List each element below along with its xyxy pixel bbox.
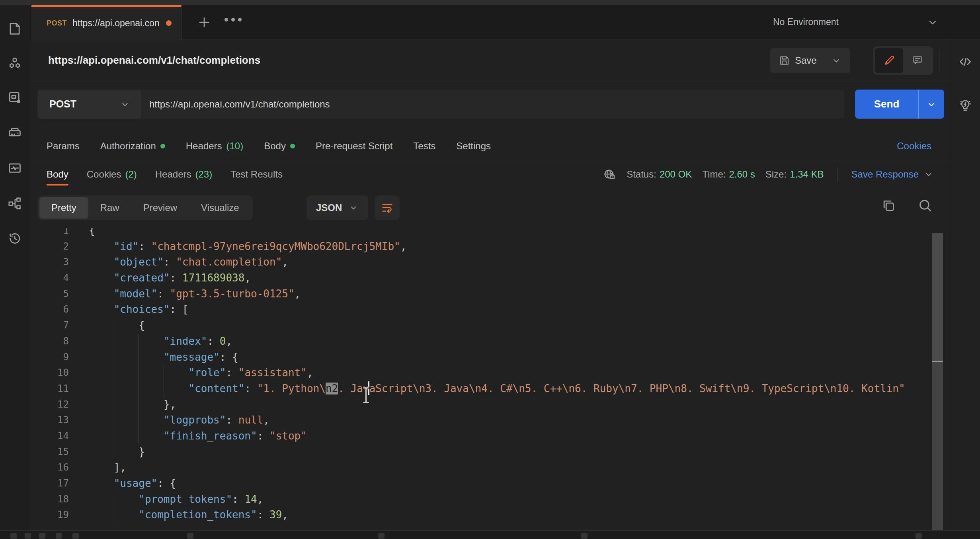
response-tab-test-results[interactable]: Test Results [230,169,283,180]
chevron-down-icon [831,55,842,66]
tab-params[interactable]: Params [47,141,80,152]
apis-icon[interactable] [7,56,22,71]
environments-icon[interactable] [7,90,22,105]
response-tab-body[interactable]: Body [47,169,68,180]
cookies-link[interactable]: Cookies [897,141,931,152]
header-divider [939,49,939,72]
mode-pretty[interactable]: Pretty [39,197,88,219]
format-value: JSON [316,202,342,213]
code-line: 7 { [30,318,950,334]
scrollbar-thumb-secondary[interactable] [932,362,943,530]
tab-tests[interactable]: Tests [413,141,435,152]
send-button-group: Send [855,90,944,119]
code-line: 6 "choices": [ [30,302,950,318]
tab-method-label: POST [47,19,67,27]
tab-title: https://api.openai.con [72,18,160,29]
postbot-lightbulb-icon[interactable] [958,98,973,113]
monitors-icon[interactable] [7,161,22,176]
request-title: https://api.openai.com/v1/chat/completio… [48,54,260,66]
mock-servers-icon[interactable] [7,125,22,140]
url-input[interactable]: https://api.openai.com/v1/chat/completio… [141,90,844,119]
postman-app: POST https://api.openai.con No Environme… [0,0,980,539]
code-line: 15 } [30,444,950,460]
method-value: POST [49,98,76,110]
code-line: 19 "completion_tokens": 39, [30,507,950,523]
chevron-down-icon [926,99,937,110]
viewer-toolbar: Pretty Raw Preview Visualize JSON [30,187,950,228]
format-select[interactable]: JSON [306,195,368,220]
edit-comment-toggle [873,46,933,75]
code-line: 2 "id": "chatcmpl-97yne6rei9qcyMWbo620DL… [30,239,950,255]
flows-icon[interactable] [7,196,22,211]
tab-headers[interactable]: Headers(10) [186,141,243,152]
edit-mode-button[interactable] [875,48,903,73]
scrollbar-thumb[interactable] [932,233,943,361]
new-tab-button[interactable] [197,15,212,30]
wrap-lines-button[interactable] [375,195,400,220]
save-options-button[interactable] [825,48,847,73]
code-line: 14 "finish_reason": "stop" [30,428,950,444]
status-pair: Status:200 OK [627,169,692,180]
globe-lock-icon[interactable] [603,168,616,181]
tab-settings[interactable]: Settings [456,141,491,152]
search-response-icon[interactable] [917,197,933,213]
chevron-down-icon [923,169,934,180]
mode-preview[interactable]: Preview [131,197,189,219]
wrap-text-icon [381,201,394,215]
request-tab[interactable]: POST https://api.openai.con [31,5,182,39]
pencil-icon [883,54,896,67]
response-meta: Status:200 OK Time:2.60 s Size:1.34 KB S… [603,167,934,182]
tab-authorization[interactable]: Authorization [100,141,165,152]
request-title-row: https://api.openai.com/v1/chat/completio… [30,39,950,82]
response-tabs: Body Cookies(2) Headers(23) Test Results [30,169,283,180]
collections-icon[interactable] [7,21,22,36]
time-value: 2.60 s [729,169,755,180]
response-header: Body Cookies(2) Headers(23) Test Results… [30,161,950,187]
history-icon[interactable] [7,231,22,246]
method-select[interactable]: POST [37,90,141,119]
response-tab-headers[interactable]: Headers(23) [155,169,212,180]
chevron-down-icon [119,99,131,110]
mode-raw[interactable]: Raw [88,197,131,219]
code-line: 5 "model": "gpt-3.5-turbo-0125", [30,286,950,302]
code-line: 3 "object": "chat.completion", [30,254,950,270]
comments-button[interactable] [903,48,931,73]
code-line: 13 "logprobs": null, [30,412,950,428]
save-button[interactable]: Save [770,48,825,73]
response-tab-cookies[interactable]: Cookies(2) [87,169,137,180]
code-line: 17 "usage": { [30,476,950,492]
code-line: 10 "role": "assistant", [30,365,950,381]
size-value: 1.34 KB [790,169,824,180]
tab-options-icon[interactable] [225,18,242,21]
code-line: 1{ [30,228,950,239]
chevron-down-icon [348,203,359,213]
tab-bar: POST https://api.openai.con No Environme… [30,5,980,39]
code-line: 16 ], [30,460,950,476]
copy-response-icon[interactable] [880,197,896,213]
url-value: https://api.openai.com/v1/chat/completio… [149,99,330,110]
unsaved-dot [166,20,172,26]
send-options-button[interactable] [919,99,944,110]
response-body-viewer[interactable]: 1{2 "id": "chatcmpl-97yne6rei9qcyMWbo620… [30,228,950,530]
save-button-group: Save [770,48,850,73]
window-top-strip [0,0,980,5]
request-tabs: Params Authorization Headers(10) Body Pr… [30,131,950,161]
comment-icon [911,54,924,67]
tab-pre-request-script[interactable]: Pre-request Script [316,141,392,152]
status-value: 200 OK [660,169,692,180]
size-pair: Size:1.34 KB [765,169,824,180]
green-dot [160,144,165,148]
environment-selector[interactable]: No Environment [773,5,939,39]
green-dot [290,144,295,148]
url-row: POST https://api.openai.com/v1/chat/comp… [30,82,950,131]
left-sidebar [0,5,30,530]
tab-body[interactable]: Body [264,141,295,152]
code-line: 9 "message": { [30,350,950,365]
save-response-button[interactable]: Save Response [851,169,934,180]
code-snippet-icon[interactable] [958,54,973,69]
code-line: 18 "prompt_tokens": 14, [30,492,950,508]
send-button[interactable]: Send [855,98,918,110]
right-sidebar [950,39,980,530]
mode-visualize[interactable]: Visualize [189,197,251,219]
bottom-status-bar [0,530,980,539]
